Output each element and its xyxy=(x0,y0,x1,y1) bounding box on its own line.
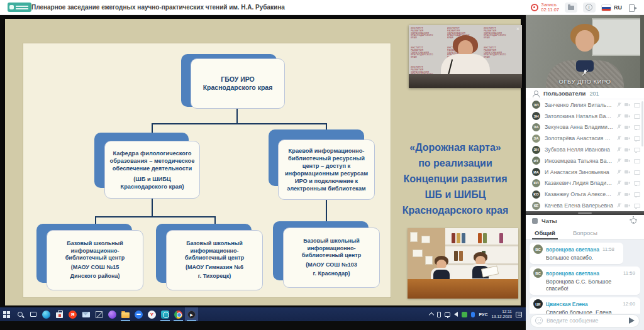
library-photo xyxy=(408,228,518,299)
chat-input-bar xyxy=(526,314,644,330)
camera-icon[interactable] xyxy=(625,124,630,130)
tray-device-icon[interactable] xyxy=(437,312,441,317)
recording-indicator[interactable]: Запись 02:11:07 xyxy=(531,3,559,13)
task-view-button[interactable] xyxy=(26,307,40,321)
camera-icon[interactable] xyxy=(625,147,630,153)
participant-face xyxy=(575,30,594,52)
user-name: Казанжеу Ольга Алексеевна Алекс... xyxy=(545,191,614,197)
user-row[interactable]: ЗА Зекунова Анна Владимировна xyxy=(526,122,644,133)
screen-share-icon[interactable] xyxy=(633,192,639,197)
overlay-close-icon[interactable]: × xyxy=(516,26,519,32)
taskbar-mail[interactable] xyxy=(79,307,92,321)
tray-clock[interactable]: 12:11 13.12.2023 xyxy=(491,309,512,319)
speaker-video-overlay[interactable]: ИНСТИТУТ РАЗВИТИЯ ОБРАЗОВАНИЯ КРАСНОДАРС… xyxy=(409,25,522,88)
mic-off-icon[interactable] xyxy=(616,124,621,130)
info-button[interactable] xyxy=(583,3,596,13)
tab-questions[interactable]: Вопросы xyxy=(564,226,606,239)
play-button-icon xyxy=(187,311,196,319)
yandex-browser-icon xyxy=(148,311,156,319)
webcam-video[interactable]: ОГБУ ДПО КИРО xyxy=(526,15,644,88)
avatar: КЛ xyxy=(532,179,540,187)
taskbar-search[interactable] xyxy=(13,307,26,321)
user-row[interactable]: ИА И Анастасия Зиновьевна xyxy=(526,167,644,178)
avatar: ЗН xyxy=(532,112,540,120)
camera-icon[interactable] xyxy=(625,158,630,163)
message-input[interactable] xyxy=(547,317,625,324)
tab-general[interactable]: Общий xyxy=(526,226,564,239)
user-row[interactable]: ЗН Затолокина Наталья Васильевна xyxy=(526,111,644,122)
taskbar-yandex[interactable] xyxy=(66,307,79,321)
taskbar-yandex-browser[interactable] xyxy=(145,307,158,321)
user-row[interactable]: КЕ Качева Елена Валерьевна xyxy=(526,200,644,211)
taskbar-chrome[interactable] xyxy=(172,307,185,321)
user-row[interactable]: ЗН Зубкова Нелля Ивановна xyxy=(526,144,644,155)
camera-icon[interactable] xyxy=(625,180,630,186)
user-row[interactable]: КО Казанжеу Ольга Алексеевна Алекс... xyxy=(526,189,644,200)
screen-share-icon[interactable] xyxy=(633,124,639,130)
mic-off-icon[interactable] xyxy=(616,169,621,175)
user-row[interactable]: ИТ Иноземцева Татьяна Васильевна xyxy=(526,155,644,167)
tray-volume-icon[interactable] xyxy=(454,312,458,317)
taskbar-media-player[interactable] xyxy=(185,307,198,321)
screen-share-icon[interactable] xyxy=(633,102,639,107)
tray-antivirus-icon[interactable] xyxy=(462,312,467,317)
taskbar-purple-app[interactable] xyxy=(106,307,119,321)
avatar: ИА xyxy=(532,168,540,176)
taskbar-file-explorer[interactable] xyxy=(119,307,132,321)
screen-share-icon[interactable] xyxy=(633,203,639,209)
tray-expand-icon[interactable] xyxy=(429,312,434,317)
taskbar-3d-viewer[interactable] xyxy=(92,307,106,321)
action-center-icon[interactable] xyxy=(516,312,522,317)
screen-share-icon[interactable] xyxy=(633,113,639,119)
screen-share-icon[interactable] xyxy=(633,158,639,163)
start-button[interactable] xyxy=(0,307,13,321)
leave-meeting-icon[interactable] xyxy=(628,3,638,12)
language-switcher[interactable]: RU xyxy=(601,4,622,11)
banner-watermark: ИНСТИТУТ РАЗВИТИЯ ОБРАЗОВАНИЯ КРАСНОДАРС… xyxy=(484,47,504,58)
org-node-root: ГБОУ ИРО Краснодарского края xyxy=(181,54,286,109)
camera-icon[interactable] xyxy=(625,169,630,175)
org-node-root-label: ГБОУ ИРО Краснодарского края xyxy=(196,75,280,92)
camera-icon[interactable] xyxy=(625,102,630,107)
user-row[interactable]: ЗЛ Занченко Лилия Витальевна xyxy=(526,99,644,111)
taskbar-clock-app[interactable] xyxy=(158,307,172,321)
taskbar-blue-app[interactable] xyxy=(132,307,145,321)
mic-off-icon[interactable] xyxy=(616,192,621,197)
user-row[interactable]: ЗА Золотарёва Анастасия Васильевна xyxy=(526,133,644,144)
taskbar-store[interactable] xyxy=(53,307,66,321)
mic-off-icon[interactable] xyxy=(616,136,621,141)
tray-bluetooth-icon[interactable] xyxy=(471,312,475,317)
camera-icon[interactable] xyxy=(625,136,630,141)
send-icon[interactable] xyxy=(629,317,635,324)
tray-network-icon[interactable] xyxy=(445,312,450,317)
gear-icon[interactable] xyxy=(631,218,636,224)
mic-off-icon[interactable] xyxy=(616,113,621,119)
camera-icon[interactable] xyxy=(625,192,630,197)
mic-off-icon[interactable] xyxy=(616,180,621,186)
org-node-kafedra-label: Кафедра филологического образования – ме… xyxy=(109,150,195,172)
screen-share-icon[interactable] xyxy=(633,180,639,186)
app-topbar: Пленарное заседание ежегодных научно-пра… xyxy=(0,0,644,15)
mic-off-icon[interactable] xyxy=(616,102,621,107)
mic-off-icon[interactable] xyxy=(616,147,621,153)
emoji-icon[interactable] xyxy=(535,317,543,324)
panel-resize-handle[interactable] xyxy=(526,211,644,215)
taskbar-edge[interactable] xyxy=(40,307,53,321)
mic-muted-icon xyxy=(581,69,589,77)
banner-watermark: ИНСТИТУТ РАЗВИТИЯ ОБРАЗОВАНИЯ КРАСНОДАРС… xyxy=(484,27,504,39)
screen-share-icon[interactable] xyxy=(633,169,639,175)
mic-off-icon[interactable] xyxy=(616,158,621,163)
screen-share-icon[interactable] xyxy=(633,147,639,153)
users-header[interactable]: Пользователи 201 xyxy=(526,88,644,99)
user-row[interactable]: КЛ Казакевич Лидия Владимировна xyxy=(526,178,644,189)
screen-share-icon[interactable] xyxy=(633,136,639,141)
platform-logo-badge[interactable] xyxy=(8,3,31,12)
speaker-desk xyxy=(409,74,522,88)
tray-language[interactable]: РУС xyxy=(479,312,487,317)
users-scrollbar[interactable] xyxy=(641,101,643,146)
camera-icon[interactable] xyxy=(625,113,630,119)
mic-off-icon[interactable] xyxy=(616,203,621,209)
files-button[interactable] xyxy=(565,3,577,13)
message-text: Спасибо большое, Елена Валерьевна! Очень… xyxy=(546,309,635,314)
camera-icon[interactable] xyxy=(625,203,630,209)
